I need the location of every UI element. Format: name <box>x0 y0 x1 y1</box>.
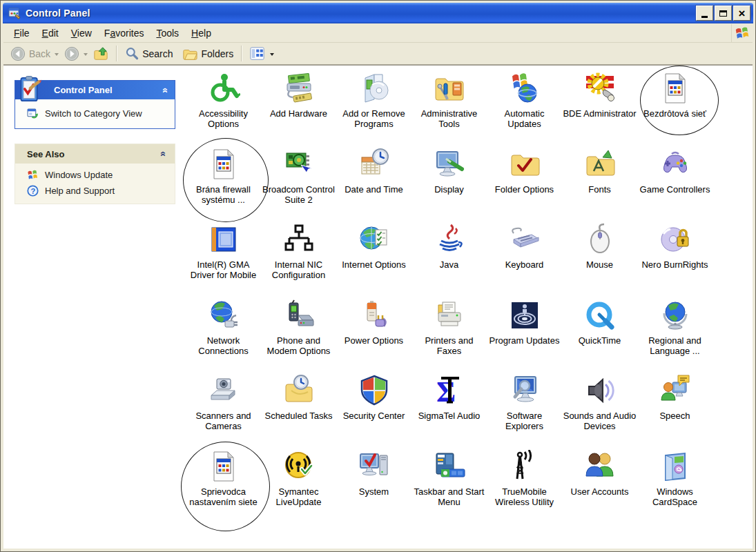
item-label: Intel(R) GMA Driver for Mobile <box>186 259 261 280</box>
sidebar-item-label: Switch to Category View <box>45 108 142 119</box>
item-user-accounts[interactable]: User Accounts <box>562 448 637 524</box>
item-quicktime[interactable]: QuickTime <box>562 297 637 373</box>
item-sigmatel-audio[interactable]: ΣSigmaTel Audio <box>411 373 487 448</box>
item-regional-and-language[interactable]: Regional and Language ... <box>637 297 713 373</box>
views-icon <box>250 46 265 61</box>
menu-view[interactable]: View <box>65 25 98 41</box>
item-printers-and-faxes[interactable]: Printers and Faxes <box>411 297 487 373</box>
close-button[interactable]: × <box>733 6 750 21</box>
date-and-time-icon <box>358 148 391 181</box>
mouse-icon <box>583 223 617 256</box>
folders-button[interactable]: Folders <box>180 45 236 63</box>
item-bezdr-tov-sie[interactable]: Bezdrôtová sieť <box>637 70 713 146</box>
collapse-chevron-icon[interactable]: « <box>159 151 168 157</box>
forward-dropdown-arrow[interactable] <box>84 53 88 56</box>
item-administrative-tools[interactable]: Administrative Tools <box>411 70 487 146</box>
search-label: Search <box>142 48 173 59</box>
windows-cardspace-icon <box>659 450 692 483</box>
intel-gma-driver-icon <box>207 223 240 256</box>
toolbar: Back Search Folders <box>3 43 753 65</box>
item-label: Power Options <box>345 335 403 346</box>
item-truemobile-wireless-utility[interactable]: TrueMobile Wireless Utility <box>487 448 562 524</box>
item-program-updates[interactable]: Program Updates <box>487 297 562 373</box>
item-folder-options[interactable]: Folder Options <box>487 146 562 222</box>
maximize-button[interactable] <box>715 6 732 21</box>
item-bde-administrator[interactable]: BDE Administrator <box>562 70 637 146</box>
item-taskbar-and-start-menu[interactable]: Taskbar and Start Menu <box>411 448 487 524</box>
menu-file[interactable]: File <box>8 25 36 41</box>
item-internal-nic-configuration[interactable]: Internal NIC Configuration <box>261 221 336 297</box>
menu-edit[interactable]: Edit <box>36 25 65 41</box>
windows-logo-icon <box>735 26 750 41</box>
item-system[interactable]: System <box>336 448 411 524</box>
bde-administrator-icon <box>583 72 617 105</box>
back-button[interactable]: Back <box>8 45 53 63</box>
see-also-panel-header: See Also « <box>15 144 175 164</box>
menu-help[interactable]: Help <box>185 25 217 41</box>
item-label: TrueMobile Wireless Utility <box>487 486 562 507</box>
item-label: Bezdrôtová sieť <box>643 108 706 119</box>
item-internet-options[interactable]: Internet Options <box>336 221 411 297</box>
item-intel-r-gma-driver-for-mobile[interactable]: Intel(R) GMA Driver for Mobile <box>186 221 261 297</box>
sidebar-item-windows-update[interactable]: Windows Update <box>15 167 175 183</box>
item-sounds-and-audio-devices[interactable]: Sounds and Audio Devices <box>562 373 637 448</box>
views-button[interactable] <box>247 45 280 63</box>
item-keyboard[interactable]: Keyboard <box>487 221 562 297</box>
item-date-and-time[interactable]: Date and Time <box>336 146 411 222</box>
nero-burnrights-icon <box>659 223 692 256</box>
wizard-document-icon <box>207 450 240 483</box>
search-icon <box>125 47 139 61</box>
item-label: Internal NIC Configuration <box>262 259 336 280</box>
minimize-button[interactable] <box>696 6 713 21</box>
views-dropdown-arrow <box>270 53 274 56</box>
forward-button[interactable] <box>61 45 82 63</box>
item-label: Sprievodca nastavením siete <box>186 486 261 507</box>
item-sprievodca-nastaven-m-siete[interactable]: Sprievodca nastavením siete <box>186 448 261 524</box>
item-add-hardware[interactable]: Add Hardware <box>261 70 336 146</box>
sidebar-item-switch-to-category-view[interactable]: Switch to Category View <box>15 106 175 121</box>
sidebar-item-help-and-support[interactable]: ?Help and Support <box>15 183 175 199</box>
item-symantec-liveupdate[interactable]: Symantec LiveUpdate <box>261 448 336 524</box>
item-windows-cardspace[interactable]: Windows CardSpace <box>637 448 713 524</box>
item-label: Symantec LiveUpdate <box>262 486 336 507</box>
item-game-controllers[interactable]: Game Controllers <box>637 146 713 222</box>
item-phone-and-modem-options[interactable]: Phone and Modem Options <box>261 297 336 373</box>
item-nero-burnrights[interactable]: Nero BurnRights <box>637 221 713 297</box>
control-panel-window: Control Panel × FileEditViewFavoritesToo… <box>0 0 756 552</box>
windows-logo-throbber <box>731 24 753 42</box>
phone-modem-options-icon <box>282 299 316 332</box>
item-fonts[interactable]: Fonts <box>562 146 637 222</box>
back-dropdown-arrow[interactable] <box>55 53 59 56</box>
item-speech[interactable]: Speech <box>637 373 713 448</box>
sigmatel-audio-icon: Σ <box>433 374 466 407</box>
broadcom-control-suite-icon <box>282 148 316 181</box>
item-power-options[interactable]: Power Options <box>336 297 411 373</box>
item-java[interactable]: Java <box>411 221 487 297</box>
help-and-support-icon: ? <box>27 185 39 197</box>
sounds-audio-devices-icon <box>583 374 617 407</box>
item-broadcom-control-suite-2[interactable]: Broadcom Control Suite 2 <box>261 146 336 222</box>
item-security-center[interactable]: Security Center <box>336 373 411 448</box>
maximize-icon <box>719 10 727 17</box>
item-label: Scanners and Cameras <box>186 411 261 431</box>
item-network-connections[interactable]: Network Connections <box>186 297 261 373</box>
title-bar[interactable]: Control Panel × <box>3 3 753 23</box>
up-button[interactable] <box>90 45 111 63</box>
search-button[interactable]: Search <box>122 46 175 62</box>
item-display[interactable]: Display <box>411 146 487 222</box>
item-mouse[interactable]: Mouse <box>562 221 637 297</box>
item-accessibility-options[interactable]: Accessibility Options <box>186 70 261 146</box>
menu-favorites[interactable]: Favorites <box>98 25 151 41</box>
item-br-na-firewall-syst-mu[interactable]: Brána firewall systému ... <box>186 146 261 222</box>
item-scheduled-tasks[interactable]: Scheduled Tasks <box>261 373 336 448</box>
item-scanners-and-cameras[interactable]: Scanners and Cameras <box>186 373 261 448</box>
internal-nic-icon <box>282 223 316 256</box>
item-automatic-updates[interactable]: Automatic Updates <box>487 70 562 146</box>
collapse-chevron-icon[interactable]: « <box>161 88 171 93</box>
item-software-explorers[interactable]: Software Explorers <box>487 373 562 448</box>
item-label: Scheduled Tasks <box>264 411 332 421</box>
item-label: Software Explorers <box>487 411 562 431</box>
fonts-icon <box>583 148 617 181</box>
menu-tools[interactable]: Tools <box>150 25 185 41</box>
item-add-or-remove-programs[interactable]: Add or Remove Programs <box>336 70 411 146</box>
